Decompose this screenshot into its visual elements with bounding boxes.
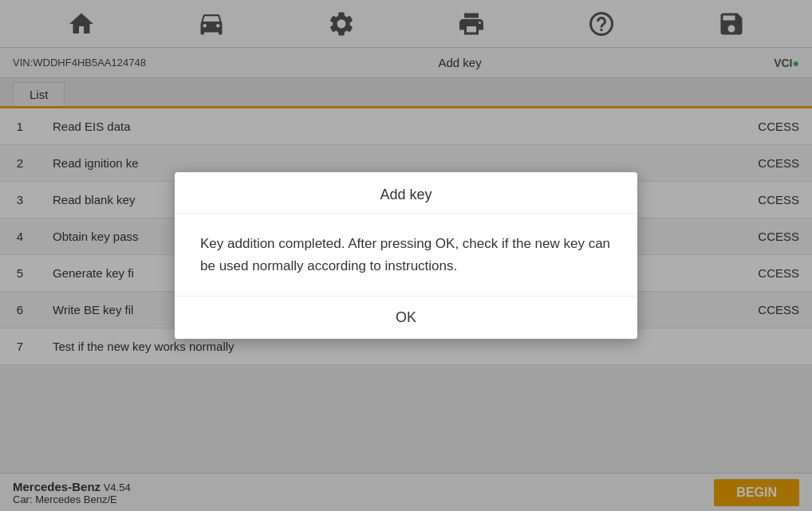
modal-footer: OK [175,296,637,339]
modal-ok-button[interactable]: OK [175,297,637,339]
modal-title: Add key [175,172,637,214]
modal-overlay: Add key Key addition completed. After pr… [0,0,812,511]
modal-body: Key addition completed. After pressing O… [175,214,637,295]
modal-dialog: Add key Key addition completed. After pr… [175,172,637,338]
